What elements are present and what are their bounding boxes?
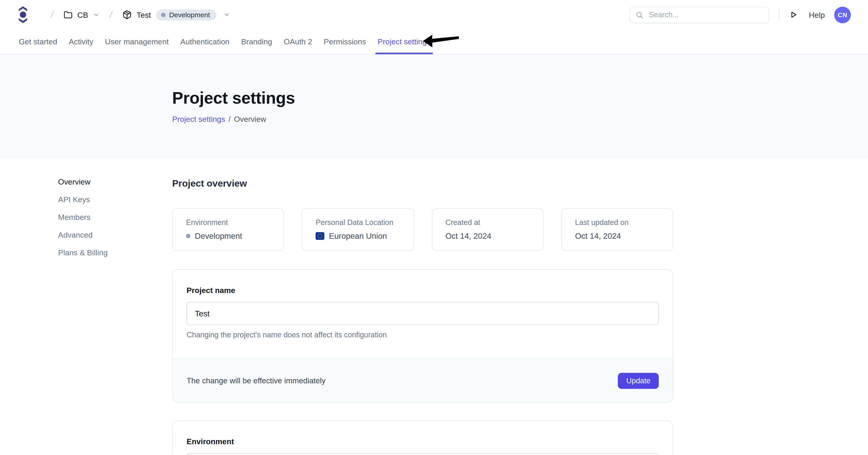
help-link[interactable]: Help (809, 10, 825, 19)
info-card-label: Environment (186, 218, 272, 227)
breadcrumb-separator: / (109, 9, 113, 20)
environment-badge-label: Development (169, 11, 210, 19)
project-name-card-footer: The change will be effective immediately… (173, 359, 673, 402)
app-logo[interactable] (19, 6, 28, 23)
app-window: / CB / Test Development (0, 0, 868, 455)
sidebar-item-api-keys[interactable]: API Keys (58, 196, 108, 203)
breadcrumb-link-project-settings[interactable]: Project settings (172, 115, 225, 124)
breadcrumb-separator: / (228, 115, 230, 124)
avatar[interactable]: CN (834, 6, 851, 23)
package-icon (122, 10, 132, 19)
search-box[interactable] (629, 6, 770, 23)
breadcrumb-separator: / (50, 9, 54, 20)
page-breadcrumb: Project settings / Overview (172, 115, 868, 124)
annotation-arrow-icon (422, 33, 461, 49)
environment-card: Environment Development (172, 421, 673, 455)
eu-flag-icon (316, 232, 325, 240)
topbar-actions: Help CN (629, 6, 851, 23)
topbar-breadcrumbs: / CB / Test Development (19, 6, 230, 23)
environment-select[interactable]: Development (186, 453, 658, 455)
settings-main: Project overview Environment Development… (172, 158, 673, 455)
info-card-label: Last updated on (575, 218, 660, 227)
chevron-down-icon (223, 11, 230, 18)
project-name-card: Project name Changing the project's name… (172, 269, 673, 403)
page-header: Project settings Project settings / Over… (0, 54, 868, 158)
footer-note: The change will be effective immediately (186, 376, 326, 385)
sidebar-item-plans-billing[interactable]: Plans & Billing (58, 249, 108, 256)
play-icon (789, 10, 798, 19)
search-icon (636, 11, 644, 19)
info-card-row: Environment Development Personal Data Lo… (172, 208, 673, 251)
environment-label: Environment (186, 437, 658, 446)
avatar-initials: CN (838, 11, 847, 18)
content-area: Overview API Keys Members Advanced Plans… (0, 158, 868, 455)
divider (779, 8, 779, 21)
sidebar-item-advanced[interactable]: Advanced (58, 231, 108, 239)
org-label: CB (78, 10, 88, 19)
info-card-value: Development (195, 232, 242, 240)
tab-permissions[interactable]: Permissions (323, 29, 367, 54)
search-input[interactable] (648, 10, 764, 19)
info-card-value: Oct 14, 2024 (575, 232, 621, 240)
status-dot-icon (186, 234, 190, 238)
settings-sidebar: Overview API Keys Members Advanced Plans… (58, 178, 108, 256)
tab-get-started[interactable]: Get started (19, 29, 58, 54)
info-card-label: Created at (445, 218, 531, 227)
update-button[interactable]: Update (618, 372, 658, 389)
sidebar-item-members[interactable]: Members (58, 213, 108, 221)
project-name-label: Project name (186, 286, 658, 295)
section-title: Project overview (172, 158, 673, 189)
page-title: Project settings (172, 54, 868, 107)
project-label: Test (136, 10, 151, 19)
status-dot-icon (161, 12, 165, 17)
info-card-last-updated: Last updated on Oct 14, 2024 (561, 208, 673, 251)
info-card-value: European Union (329, 232, 387, 240)
project-name-input[interactable] (186, 302, 658, 325)
tab-branding[interactable]: Branding (241, 29, 273, 54)
run-button[interactable] (788, 9, 799, 20)
info-card-created-at: Created at Oct 14, 2024 (432, 208, 544, 251)
topbar: / CB / Test Development (0, 0, 868, 29)
tab-authentication[interactable]: Authentication (180, 29, 230, 54)
org-switcher[interactable]: CB (64, 10, 100, 19)
tab-activity[interactable]: Activity (68, 29, 94, 54)
breadcrumb-current: Overview (234, 115, 267, 124)
tab-oauth2[interactable]: OAuth 2 (283, 29, 313, 54)
environment-badge: Development (156, 9, 217, 20)
project-name-helper: Changing the project's name does not aff… (186, 331, 658, 339)
info-card-value: Oct 14, 2024 (445, 232, 491, 240)
info-card-label: Personal Data Location (316, 218, 401, 227)
sidebar-item-overview[interactable]: Overview (58, 178, 108, 186)
logo-icon (19, 6, 28, 23)
folder-icon (64, 10, 72, 19)
tab-user-management[interactable]: User management (104, 29, 169, 54)
info-card-data-location: Personal Data Location European Union (302, 208, 414, 251)
chevron-down-icon (93, 11, 100, 18)
project-switcher[interactable]: Test Development (122, 9, 230, 20)
info-card-environment: Environment Development (172, 208, 284, 251)
